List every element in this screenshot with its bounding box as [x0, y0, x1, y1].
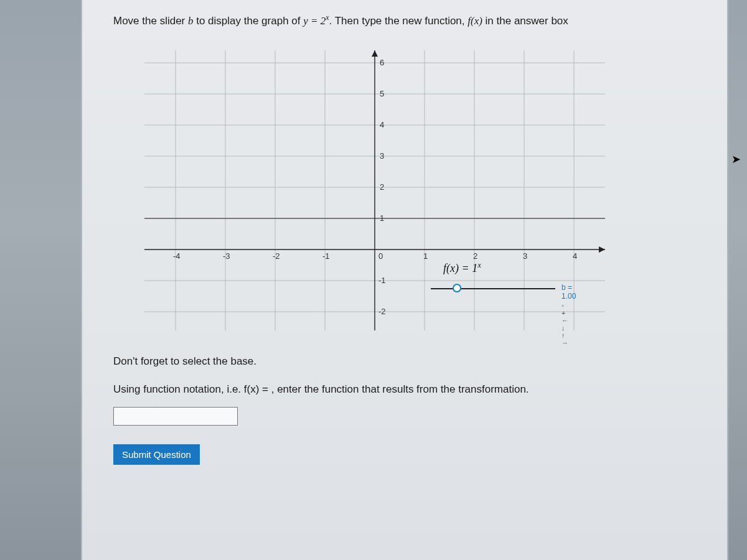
y-arrow-icon: [372, 50, 378, 57]
function-label: f(x) = 1x: [443, 261, 481, 275]
tick-x: -1: [322, 251, 330, 261]
graph-area[interactable]: -4 -3 -2 -1 0 1 2 3 4 1 2 3 4 5 6 -1 -2 …: [132, 44, 618, 337]
tick-y: 2: [380, 182, 384, 192]
fx: f(x): [467, 15, 482, 27]
cursor-icon: ➤: [731, 152, 741, 166]
question-card: Move the slider b to display the graph o…: [81, 0, 728, 560]
var-b: b: [188, 15, 194, 27]
submit-question-button[interactable]: Submit Question: [113, 444, 200, 465]
slider-track[interactable]: [431, 288, 555, 289]
tick-y: -2: [378, 307, 386, 316]
text: to display the graph of: [194, 15, 304, 27]
note-base: Don't forget to select the base.: [113, 355, 708, 368]
tick-x: 3: [523, 251, 527, 261]
fx-text: f(x) = 1: [443, 262, 477, 274]
answer-input[interactable]: [113, 407, 238, 426]
tick-y: 4: [380, 120, 384, 129]
text: . Then type the new function,: [329, 15, 468, 27]
text: in the answer box: [482, 15, 568, 27]
fx-exp: x: [477, 261, 481, 269]
text: Move the slider: [113, 15, 188, 27]
instruction-text: Move the slider b to display the graph o…: [113, 12, 708, 29]
tick-x: 0: [378, 251, 383, 261]
slider-b[interactable]: b = 1.00 − ◦ + ← ↓ ↑ →: [431, 288, 555, 289]
tick-x: -4: [173, 251, 181, 261]
x-arrow-icon: [599, 246, 605, 253]
tick-y: 5: [380, 89, 384, 98]
tick-y: 3: [380, 151, 384, 161]
tick-y: 6: [380, 58, 384, 67]
tick-x: 4: [573, 251, 577, 261]
slider-buttons[interactable]: − ◦ + ← ↓ ↑ →: [561, 294, 570, 347]
tick-y: 1: [380, 213, 384, 223]
tick-x: -3: [223, 251, 230, 261]
tick-x: -2: [273, 251, 280, 261]
tick-x: 1: [423, 251, 428, 261]
tick-y: -1: [378, 276, 386, 285]
coordinate-plane: -4 -3 -2 -1 0 1 2 3 4 1 2 3 4 5 6 -1 -2: [132, 44, 618, 337]
tick-x: 2: [473, 251, 477, 261]
eq-y: y = 2: [303, 15, 326, 27]
note-function-notation: Using function notation, i.e. f(x) = , e…: [113, 383, 708, 396]
